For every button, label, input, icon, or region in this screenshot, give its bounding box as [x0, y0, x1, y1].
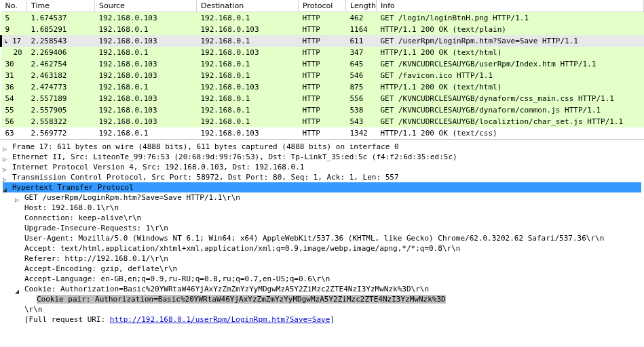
cell-destination: 192.168.0.1 [197, 116, 299, 127]
tree-ethernet[interactable]: Ethernet II, Src: LiteonTe_99:76:53 (20:… [3, 152, 641, 162]
tree-frame-text: Frame 17: 611 bytes on wire (4888 bits),… [12, 142, 399, 151]
collapse-icon[interactable] [15, 286, 22, 293]
packet-row[interactable]: ↳172.258543192.168.0.103192.168.0.1HTTP6… [1, 35, 644, 47]
tree-eth-text: Ethernet II, Src: LiteonTe_99:76:53 (20:… [12, 152, 457, 161]
cell-time: 2.569772 [27, 127, 95, 139]
packet-details-pane[interactable]: Frame 17: 611 bytes on wire (4888 bits),… [0, 140, 644, 347]
col-no-header[interactable]: No. [1, 0, 27, 12]
cell-destination: 192.168.0.1 [197, 58, 299, 70]
cell-no: 9 [1, 24, 27, 35]
packet-table[interactable]: No. Time Source Destination Protocol Len… [0, 0, 644, 139]
expand-icon[interactable] [3, 164, 10, 171]
tree-http-get[interactable]: GET /userRpm/LoginRpm.htm?Save=Save HTTP… [3, 192, 641, 203]
tree-http-header[interactable]: Upgrade-Insecure-Requests: 1\r\n [3, 223, 641, 233]
packet-row[interactable]: 51.674537192.168.0.103192.168.0.1HTTP462… [1, 12, 644, 24]
cell-info: GET /KVNCUDRCLESAUYGB/dynaform/common.js… [377, 104, 644, 116]
col-proto-header[interactable]: Protocol [299, 0, 346, 12]
tree-http-crlf[interactable]: \r\n [3, 304, 641, 314]
col-dest-header[interactable]: Destination [197, 0, 299, 12]
cell-no: 55 [1, 104, 27, 116]
tree-http-header[interactable]: Accept-Encoding: gzip, deflate\r\n [3, 264, 641, 274]
cell-protocol: HTTP [299, 70, 346, 81]
cell-time: 2.463182 [27, 70, 95, 81]
cell-length: 462 [346, 12, 377, 24]
cell-time: 2.474773 [27, 81, 95, 93]
cell-destination: 192.168.0.103 [197, 81, 299, 93]
cell-length: 347 [346, 47, 377, 58]
cell-source: 192.168.0.1 [95, 24, 197, 35]
col-time-header[interactable]: Time [27, 0, 95, 12]
packet-list-pane[interactable]: No. Time Source Destination Protocol Len… [0, 0, 644, 140]
cell-time: 1.674537 [27, 12, 95, 24]
cell-info: GET /userRpm/LoginRpm.htm?Save=Save HTTP… [377, 35, 644, 47]
http-header-text: Accept-Language: en-GB,en;q=0.9,ru-RU;q=… [24, 274, 330, 283]
tree-http-header[interactable]: Accept: text/html,application/xhtml+xml,… [3, 243, 641, 253]
cell-no: ↲20 [1, 47, 27, 58]
tree-ip[interactable]: Internet Protocol Version 4, Src: 192.16… [3, 162, 641, 172]
tree-http-header[interactable]: Accept-Language: en-GB,en;q=0.9,ru-RU;q=… [3, 274, 641, 284]
packet-row[interactable]: 362.474773192.168.0.1192.168.0.103HTTP87… [1, 81, 644, 93]
tree-crlf-text: \r\n [24, 305, 43, 314]
tree-full-uri[interactable]: [Full request URI: http://192.168.0.1/us… [3, 314, 641, 325]
full-uri-link[interactable]: http://192.168.0.1/userRpm/LoginRpm.htm?… [110, 315, 330, 324]
packet-row[interactable]: 542.557189192.168.0.103192.168.0.1HTTP55… [1, 93, 644, 104]
cell-source: 192.168.0.1 [95, 47, 197, 58]
cell-info: HTTP/1.1 200 OK (text/plain) [377, 24, 644, 35]
packet-row[interactable]: 552.557905192.168.0.103192.168.0.1HTTP53… [1, 104, 644, 116]
cell-protocol: HTTP [299, 93, 346, 104]
expand-icon[interactable] [15, 195, 22, 202]
cell-length: 538 [346, 104, 377, 116]
packet-row[interactable]: 91.685291192.168.0.1192.168.0.103HTTP116… [1, 24, 644, 35]
tree-frame[interactable]: Frame 17: 611 bytes on wire (4888 bits),… [3, 142, 641, 152]
expand-icon[interactable] [3, 144, 10, 151]
col-length-header[interactable]: Length [346, 0, 377, 12]
tree-http-header[interactable]: Referer: http://192.168.0.1/\r\n [3, 253, 641, 264]
cell-info: HTTP/1.1 200 OK (text/html) [377, 81, 644, 93]
packet-row[interactable]: 312.463182192.168.0.103192.168.0.1HTTP54… [1, 70, 644, 81]
cell-info: GET /favicon.ico HTTP/1.1 [377, 70, 644, 81]
tree-http-text: Hypertext Transfer Protocol [12, 183, 134, 192]
packet-row[interactable]: 562.558322192.168.0.103192.168.0.1HTTP54… [1, 116, 644, 127]
cell-length: 543 [346, 116, 377, 127]
cell-source: 192.168.0.103 [95, 116, 197, 127]
col-info-header[interactable]: Info [377, 0, 644, 12]
packet-row[interactable]: 302.462754192.168.0.103192.168.0.1HTTP64… [1, 58, 644, 70]
cell-source: 192.168.0.103 [95, 58, 197, 70]
cell-protocol: HTTP [299, 127, 346, 139]
cell-protocol: HTTP [299, 12, 346, 24]
cell-no: 54 [1, 93, 27, 104]
cell-no: 63 [1, 127, 27, 139]
tree-cookie-pair[interactable]: Cookie pair: Authorization=Basic%20YWRta… [3, 294, 641, 304]
tree-http-cookie[interactable]: Cookie: Authorization=Basic%20YWRtaW46Yj… [3, 284, 641, 294]
full-uri-end: ] [330, 315, 335, 324]
expand-icon[interactable] [3, 154, 10, 161]
tree-http-header[interactable]: User-Agent: Mozilla/5.0 (Windows NT 6.1;… [3, 233, 641, 243]
packet-row[interactable]: ↲202.269406192.168.0.1192.168.0.103HTTP3… [1, 47, 644, 58]
tree-cookie-text: Cookie: Authorization=Basic%20YWRtaW46Yj… [24, 285, 429, 293]
col-source-header[interactable]: Source [95, 0, 197, 12]
tree-http[interactable]: Hypertext Transfer Protocol [3, 182, 641, 192]
tree-get-text: GET /userRpm/LoginRpm.htm?Save=Save HTTP… [24, 193, 240, 202]
http-header-text: Referer: http://192.168.0.1/\r\n [24, 254, 168, 263]
http-header-text: Accept: text/html,application/xhtml+xml,… [24, 244, 460, 253]
tree-tcp[interactable]: Transmission Control Protocol, Src Port:… [3, 172, 641, 182]
cell-source: 192.168.0.1 [95, 81, 197, 93]
cell-info: GET /KVNCUDRCLESAUYGB/userRpm/Index.htm … [377, 58, 644, 70]
tree-http-header[interactable]: Host: 192.168.0.1\r\n [3, 203, 641, 213]
cell-protocol: HTTP [299, 116, 346, 127]
cell-destination: 192.168.0.1 [197, 35, 299, 47]
cell-length: 1164 [346, 24, 377, 35]
cell-protocol: HTTP [299, 104, 346, 116]
cell-time: 2.462754 [27, 58, 95, 70]
cell-destination: 192.168.0.103 [197, 47, 299, 58]
packet-header-row[interactable]: No. Time Source Destination Protocol Len… [1, 0, 644, 12]
cell-time: 2.557189 [27, 93, 95, 104]
full-uri-label: [Full request URI: [24, 315, 110, 324]
http-header-text: Connection: keep-alive\r\n [24, 213, 141, 222]
collapse-icon[interactable] [3, 184, 10, 192]
cell-source: 192.168.0.103 [95, 35, 197, 47]
tree-http-header[interactable]: Connection: keep-alive\r\n [3, 213, 641, 223]
packet-row[interactable]: 632.569772192.168.0.1192.168.0.103HTTP13… [1, 127, 644, 139]
expand-icon[interactable] [3, 174, 10, 182]
cell-info: GET /KVNCUDRCLESAUYGB/dynaform/css_main.… [377, 93, 644, 104]
